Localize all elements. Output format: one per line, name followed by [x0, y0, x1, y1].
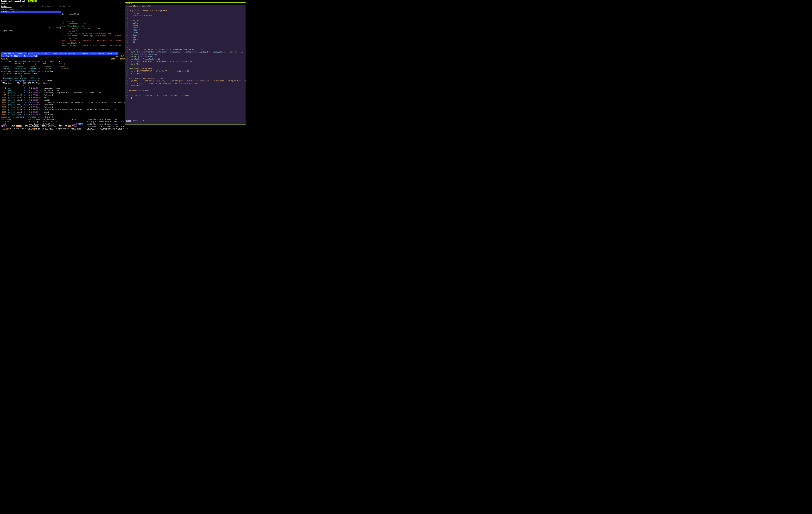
- mode-key[interactable]: [68, 125, 71, 127]
- tab-stashing[interactable]: Stashing [4]: [42, 5, 55, 7]
- cmd-reset[interactable]: Reset [⇧D]: [28, 52, 40, 55]
- diff-line: startTime=$(date +%s): [62, 25, 124, 27]
- procs-row: 33 root 0.0 0.2 00:00:19 supervisor run: [1, 89, 124, 92]
- procs-row: 7381 gitpod pts/3 0.0 0.3 00:00:04 /bin/…: [1, 106, 124, 109]
- pane-2[interactable]: Pane #2 12345678910111213141516171819202…: [125, 2, 245, 125]
- gitui-command-bar: Stage All [a] Stage [s] Reset [⇧D] Ignor…: [0, 52, 125, 58]
- diff-line: echo "Done!": [62, 37, 124, 40]
- code-line: (ALIAS='lf -last-dir-path=$HOME/.lf-last…: [128, 80, 245, 82]
- pane-2-title: Pane #2: [125, 3, 245, 5]
- code-line: [128, 97, 245, 99]
- unstaged-box: Unstaged Changes M install.sh: [0, 8, 62, 27]
- procs-row: 6947 gitpod pts/2 0.0 0.3 00:00:04 /bin/…: [1, 104, 124, 106]
- cmd-pull[interactable]: Pull [f]: [67, 52, 77, 55]
- code-line: fi: [128, 44, 245, 46]
- code-line: procs \: [128, 31, 245, 34]
- cmd-edit[interactable]: Edit [e]: [96, 52, 106, 55]
- cmd-tostage[interactable]: To stage [w]: [23, 55, 37, 58]
- mode-label: PANE: [17, 125, 21, 127]
- cmd-undo[interactable]: Undo Commit [⇧U]: [77, 52, 96, 55]
- mode-key[interactable]: PANE: [16, 125, 22, 127]
- prompt-line: gitpod /workspace/gitpod-dotfiles (main)…: [1, 70, 124, 73]
- code-line: [128, 75, 245, 77]
- code-line: echo "Adding bash aliases..." &&: [128, 77, 245, 80]
- table-header: | TERMINAL ID | NAME | STATE |: [1, 63, 124, 65]
- mode-label: TAB: [25, 125, 28, 127]
- pane-1-title: Pane #1: [0, 2, 125, 5]
- tab-log[interactable]: Log [2]: [16, 5, 23, 7]
- diff-line: if [ -x "$(command -v brew)" ]; then: [62, 27, 124, 30]
- code-line: echo 'HISTTIMEFORMAT="|%Y-%m-%d %T| "' >…: [128, 70, 245, 73]
- hx-mode: NOR: [126, 119, 131, 122]
- code-line: endTime=$(date +%s): [128, 89, 245, 92]
- ctrl-label: Ctrl +: [1, 125, 7, 127]
- unstaged-file[interactable]: M install.sh: [0, 10, 61, 13]
- procs-row: 6934 gitpod pts/1 0.0 0.1 00:00:02 zelli…: [1, 99, 124, 102]
- code-line: helix \: [128, 27, 245, 29]
- cmd-stage-all[interactable]: Stage All [a]: [1, 52, 16, 55]
- code-line: mv blesh/ ~/.local/share &&: [128, 58, 245, 60]
- diff-line: echo "Install finished in $((SECONDS-sta…: [62, 40, 124, 42]
- pane-3[interactable]: Pane #3 SCROLL: 24/24 gitpod /workspace/…: [0, 58, 125, 130]
- tab-stashes[interactable]: Stashes [5]: [59, 5, 71, 7]
- code-line: echo "Done!": [128, 63, 245, 65]
- code-line: startTime=$(date +%s): [128, 5, 245, 7]
- code-line: echo "Installing Ble.sh (https://github.…: [128, 49, 245, 51]
- code-line: [128, 65, 245, 68]
- code-line: echo "Done!": [128, 73, 245, 75]
- helix-editor[interactable]: 1234567891011121314151617181920212223242…: [125, 5, 245, 119]
- procs-row: 6937 gitpod 10.0 0.6 00:00:13 /home/linu…: [1, 102, 124, 104]
- staged-title: Staged Changes: [0, 30, 61, 32]
- procs-row: 55 gitpod pts/0 0.0 0.1 00:00:00 /bin/ba…: [1, 94, 124, 97]
- cmd-more[interactable]: more [.]: [116, 55, 124, 58]
- code-line: echo "Configuring bash..." &&: [128, 68, 245, 70]
- code-line: bat \: [128, 39, 245, 41]
- tab-1[interactable]: Tab #1: [28, 0, 37, 2]
- code-line: brew install \: [128, 20, 245, 22]
- pane-1[interactable]: Status [1] | Log [2] | Files [3] | Stash…: [0, 5, 125, 58]
- cmd-stage[interactable]: Stage [s]: [17, 52, 27, 55]
- mode-label: QUIT: [72, 125, 77, 127]
- procs-row: 8144 gitpod pts/3 0.0 0.5 00:00:03 /home…: [1, 109, 124, 111]
- table-header: | CPU (MILLICORES) | MEMORY (BYTES) |: [1, 72, 124, 75]
- pane-3-title: Pane #3: [0, 58, 9, 60]
- cmd-branches[interactable]: Branches [b]: [53, 52, 66, 55]
- procs-row: 8315 gitpod pts/4 0.0 0.3 00:00:06 /bin/…: [1, 113, 124, 116]
- mode-label: LOCK: [10, 125, 15, 127]
- cmd-diff[interactable]: Diff [⇧]: [13, 55, 23, 58]
- code-line: mv ble-nightly* blesh &&: [128, 53, 245, 56]
- tab-files[interactable]: Files [3]: [28, 5, 37, 7]
- table-row: | 05390424-52ce-4dd0-ab94-35d7453a136a |…: [1, 67, 124, 70]
- gitui-tabs: Status [1] | Log [2] | Files [3] | Stash…: [0, 5, 125, 8]
- prompt-line: gitpod /workspace/gitpod-dotfiles (main)…: [1, 116, 124, 118]
- procs-row: 8223 gitpod pts/2 0.0 0.1 00:00:01 gitui: [1, 111, 124, 113]
- exa-row: --across Sort the grid across, rather … …: [1, 120, 124, 123]
- branch-info: ↑0 ↓0 {main}: [0, 27, 62, 29]
- procs-row: 6196 gitpod pts/1 0.0 0.3 00:00:07 bash: [1, 97, 124, 99]
- cmd-blame[interactable]: Blame [⇧B]: [106, 52, 118, 55]
- diff-line: echo "alias cloudcmd='npx -y cloudcmd';"…: [62, 35, 124, 37]
- mode-label: SCROLL: [49, 125, 56, 127]
- helix-statusline: NOR install.sh 1 sel 39:1: [125, 119, 245, 122]
- cmd-ignore[interactable]: Ignore [i]: [40, 52, 52, 55]
- unstaged-title: Unstaged Changes: [0, 8, 61, 11]
- table-sep: | ---------------- | ---------------- |: [1, 75, 124, 77]
- diff-line: brew tap \: [62, 30, 124, 32]
- mode-label: RESIZE: [32, 125, 38, 127]
- code-line: echo 'source ~/.local/share/blesh/ble.sh…: [128, 60, 245, 63]
- code-line: helix-editor/helix: [128, 15, 245, 17]
- diff-title: Diff: install.sh: [62, 13, 124, 16]
- diff-view[interactable]: Diff: install.sh -1,4 +1,4local startTim…: [62, 8, 125, 52]
- code-line: [128, 87, 245, 89]
- zellij-tip: Tip: Alt + => open new pane. Alt + <←↑↓→…: [0, 128, 245, 130]
- diff-line: -1,4 +1,4: [62, 20, 124, 23]
- tab-status[interactable]: Status [1]: [1, 5, 11, 8]
- code-line: curl -L https://github.com/akinomyoga/bl…: [128, 51, 245, 53]
- session-name: Zellij (substantial-ink): [1, 0, 27, 2]
- code-line: [128, 17, 245, 20]
- table-sep: | ------------------------------ | -----…: [1, 65, 124, 67]
- code-line: mkdir -p ~/.local/share &&: [128, 56, 245, 58]
- cmd-nav[interactable]: Nav [↑↓←→]: [1, 55, 13, 58]
- code-line: if [ -x "$(command -v brew)" ]; then: [128, 10, 245, 12]
- scroll-indicator: SCROLL: 24/24: [111, 58, 125, 60]
